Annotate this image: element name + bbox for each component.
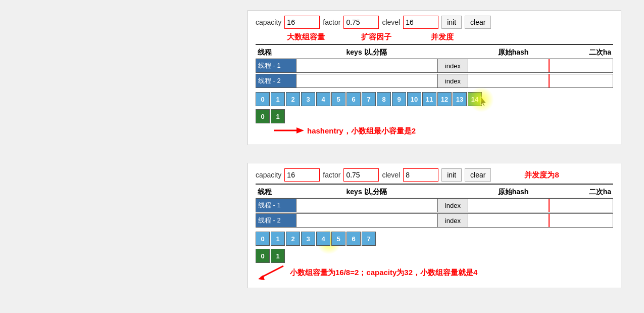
bottom-arrow-container bbox=[256, 265, 286, 280]
bottom-row2-index: index bbox=[438, 214, 468, 227]
svg-marker-1 bbox=[296, 127, 304, 133]
small-cell-0: 0 bbox=[256, 109, 270, 123]
bottom-header-row: 线程 keys 以,分隔 原始hash 二次ha bbox=[256, 187, 613, 198]
top-factor-input[interactable] bbox=[343, 16, 379, 29]
bottom-idx-cell-7: 7 bbox=[362, 232, 376, 246]
idx-cell-7: 7 bbox=[362, 92, 376, 106]
top-header-hash: 原始hash bbox=[468, 48, 559, 57]
top-clevel-label: clevel bbox=[382, 18, 400, 26]
bottom-controls-row: capacity factor clevel init clear 并发度为8 bbox=[256, 168, 613, 182]
idx-cell-0: 0 bbox=[256, 92, 270, 106]
top-header-row: 线程 keys 以,分隔 原始hash 二次ha bbox=[256, 47, 613, 59]
bottom-red-arrow-svg bbox=[256, 265, 286, 280]
bottom-index-area: 0 1 2 3 4 5 6 7 0 1 小数组容量为16/8=2；capacit… bbox=[256, 232, 613, 280]
bottom-row1-index: index bbox=[438, 199, 468, 212]
top-row2-index: index bbox=[438, 74, 468, 87]
idx-cell-6: 6 bbox=[346, 92, 361, 106]
top-row1-index: index bbox=[438, 59, 468, 72]
idx-cell-5: 5 bbox=[331, 92, 345, 106]
bottom-idx-cell-5: 5 bbox=[331, 232, 345, 246]
bottom-clevel-input[interactable] bbox=[403, 168, 438, 182]
idx-cell-14: 14 bbox=[468, 92, 482, 106]
bottom-idx-cell-3: 3 bbox=[301, 232, 315, 246]
annot-factor: 扩容因子 bbox=[361, 32, 391, 42]
top-hashentry-annotation: hashentry，小数组最小容量是2 bbox=[256, 125, 613, 137]
idx-cell-12: 12 bbox=[437, 92, 452, 106]
idx-cell-9: 9 bbox=[392, 92, 406, 106]
idx-cell-2: 2 bbox=[286, 92, 300, 106]
bottom-row2-hash2 bbox=[549, 214, 613, 227]
bottom-idx-cell-6: 6 bbox=[346, 232, 361, 246]
hashentry-text: hashentry，小数组最小容量是2 bbox=[307, 126, 416, 136]
top-controls-row: capacity factor clevel init clear bbox=[256, 16, 613, 29]
top-divider bbox=[256, 44, 613, 45]
top-data-row-2: 线程 - 2 index bbox=[256, 74, 613, 88]
bottom-header-thread: 线程 bbox=[256, 188, 296, 197]
top-factor-label: factor bbox=[323, 18, 340, 26]
annot-capacity: 大数组容量 bbox=[287, 32, 325, 42]
bottom-idx-cell-0: 0 bbox=[256, 232, 270, 246]
top-row2-hash bbox=[468, 74, 549, 87]
bottom-init-button[interactable]: init bbox=[441, 168, 462, 182]
top-annotation-row: 大数组容量 扩容因子 并发度 bbox=[256, 31, 613, 42]
top-init-button[interactable]: init bbox=[441, 16, 462, 29]
idx-cell-3: 3 bbox=[301, 92, 315, 106]
bottom-row2-thread: 线程 - 2 bbox=[256, 214, 296, 227]
red-arrow-svg bbox=[274, 125, 304, 136]
bottom-small-cells: 0 1 bbox=[256, 249, 613, 263]
idx-cell-10: 10 bbox=[407, 92, 421, 106]
bottom-index-cells: 0 1 2 3 4 5 6 7 bbox=[256, 232, 613, 246]
bottom-row1-keys[interactable] bbox=[296, 199, 438, 212]
bottom-row1-thread: 线程 - 1 bbox=[256, 199, 296, 212]
cursor-icon bbox=[478, 96, 488, 108]
bottom-row1-hash2 bbox=[549, 199, 613, 212]
bottom-capacity-input[interactable] bbox=[284, 168, 320, 182]
bottom-small-cell-1: 1 bbox=[271, 249, 285, 263]
top-index-area: 0 1 2 3 4 5 6 7 8 9 10 11 12 13 14 bbox=[256, 92, 613, 137]
svg-line-2 bbox=[261, 266, 283, 278]
bottom-clear-button[interactable]: clear bbox=[465, 168, 491, 182]
idx-cell-8: 8 bbox=[377, 92, 391, 106]
top-header-keys: keys 以,分隔 bbox=[296, 48, 437, 57]
idx-cell-4: 4 bbox=[316, 92, 330, 106]
bottom-clevel-label: clevel bbox=[382, 171, 400, 179]
top-clear-button[interactable]: clear bbox=[465, 16, 491, 29]
top-row1-hash bbox=[468, 59, 549, 72]
bottom-factor-label: factor bbox=[323, 171, 340, 179]
bottom-data-row-1: 线程 - 1 index bbox=[256, 198, 613, 212]
top-row1-hash2 bbox=[549, 59, 613, 72]
top-capacity-label: capacity bbox=[256, 18, 281, 26]
bottom-header-hash2: 二次ha bbox=[559, 188, 613, 197]
top-row1-thread: 线程 - 1 bbox=[256, 59, 296, 72]
bottom-header-hash: 原始hash bbox=[468, 188, 559, 197]
top-data-row-1: 线程 - 1 index bbox=[256, 59, 613, 73]
bottom-data-row-2: 线程 - 2 index bbox=[256, 213, 613, 228]
idx-cell-13: 13 bbox=[453, 92, 467, 106]
bottom-idx-cell-4: 4 bbox=[316, 232, 330, 246]
bottom-row1-hash bbox=[468, 199, 549, 212]
top-row2-thread: 线程 - 2 bbox=[256, 74, 296, 87]
top-row2-keys[interactable] bbox=[296, 74, 438, 87]
bottom-divider bbox=[256, 184, 613, 185]
bottom-clevel-annotation: 并发度为8 bbox=[524, 170, 559, 180]
small-cell-1: 1 bbox=[271, 109, 285, 123]
bottom-row2-keys[interactable] bbox=[296, 214, 438, 227]
top-header-hash2: 二次ha bbox=[559, 48, 613, 57]
top-clevel-input[interactable] bbox=[403, 16, 438, 29]
bottom-annotation-text: 小数组容量为16/8=2；capacity为32，小数组容量就是4 bbox=[290, 268, 477, 278]
bottom-capacity-label: capacity bbox=[256, 171, 281, 179]
top-index-cells: 0 1 2 3 4 5 6 7 8 9 10 11 12 13 14 bbox=[256, 92, 613, 106]
arrow-right-icon bbox=[274, 125, 304, 137]
top-capacity-input[interactable] bbox=[284, 16, 320, 29]
bottom-annotation-row: 小数组容量为16/8=2；capacity为32，小数组容量就是4 bbox=[256, 265, 613, 280]
top-header-thread: 线程 bbox=[256, 48, 296, 57]
top-row1-keys[interactable] bbox=[296, 59, 438, 72]
bottom-row2-hash bbox=[468, 214, 549, 227]
top-small-cells: 0 1 bbox=[256, 109, 613, 123]
bottom-factor-input[interactable] bbox=[343, 168, 379, 182]
annot-clevel: 并发度 bbox=[431, 32, 454, 42]
bottom-header-keys: keys 以,分隔 bbox=[296, 188, 437, 197]
bottom-idx-cell-1: 1 bbox=[271, 232, 285, 246]
idx-cell-11: 11 bbox=[422, 92, 436, 106]
bottom-idx-cell-2: 2 bbox=[286, 232, 300, 246]
